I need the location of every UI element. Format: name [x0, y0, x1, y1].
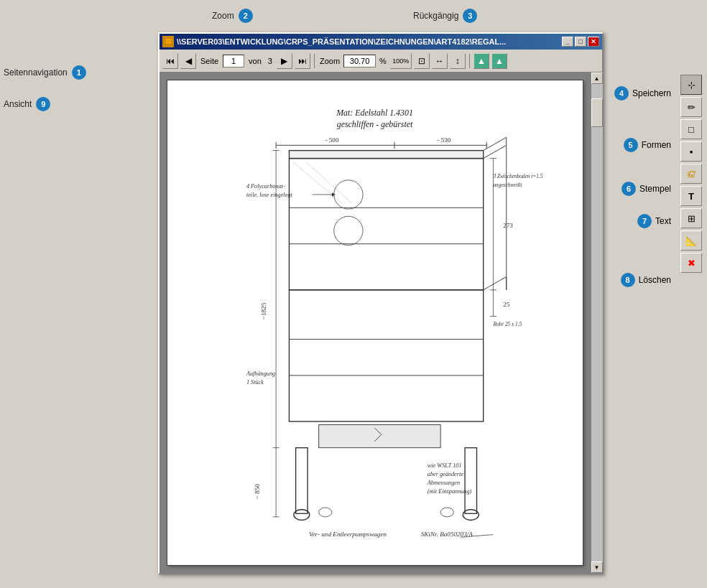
- percent-label: %: [378, 57, 388, 65]
- content-area: Mat: Edelstahl 1.4301 geschliffen - gebü…: [160, 73, 602, 573]
- measure-tool-button[interactable]: 📐: [680, 230, 702, 251]
- scroll-up-button[interactable]: ▲: [591, 73, 603, 84]
- next-page-button[interactable]: ▶: [277, 53, 292, 69]
- vertical-scrollbar: ▲ ▼: [591, 73, 602, 573]
- svg-marker-47: [332, 192, 336, 196]
- seitennavigation-label: Seitennavigation 1: [4, 65, 86, 80]
- svg-text:~1825: ~1825: [261, 302, 268, 319]
- zoom-100-button[interactable]: 100%: [390, 53, 412, 69]
- speichern-annotation: 4 Speichern: [614, 86, 671, 101]
- stamp-tool-button[interactable]: 🖅: [680, 164, 702, 184]
- svg-rect-24: [466, 448, 477, 514]
- svg-text:Abmessungen: Abmessungen: [427, 480, 460, 486]
- von-label: von: [246, 57, 264, 65]
- svg-rect-9: [290, 150, 484, 158]
- svg-line-64: [484, 276, 507, 289]
- window-title: \\SERVER03\ENTWICKLUNG\CRPS_PRÄSENTATION…: [177, 37, 559, 46]
- text-tool-button[interactable]: T: [680, 186, 702, 206]
- svg-text:(mit Einspannung): (mit Einspannung): [428, 488, 472, 495]
- maximize-button[interactable]: □: [575, 37, 586, 47]
- total-pages: 3: [266, 57, 274, 65]
- svg-text:25: 25: [504, 301, 511, 308]
- svg-text:1 Stück: 1 Stück: [246, 379, 264, 386]
- svg-point-28: [319, 508, 332, 517]
- formen-badge: 5: [624, 138, 638, 152]
- loeschen-badge: 8: [621, 273, 635, 287]
- text-annotation: 7 Text: [637, 214, 671, 228]
- svg-text:3 Zwischenboden t=1.5: 3 Zwischenboden t=1.5: [493, 173, 543, 179]
- zoom-top-text: Zoom: [212, 11, 234, 21]
- rueckgaengig-text: Rückgängig: [413, 11, 458, 21]
- app-window: 🖼 \\SERVER03\ENTWICKLUNG\CRPS_PRÄSENTATI…: [158, 32, 604, 574]
- svg-text:Ver- und Entleerpumpswagen: Ver- und Entleerpumpswagen: [309, 531, 387, 538]
- speichern-text: Speichern: [632, 88, 671, 98]
- zoom-label: Zoom: [318, 57, 341, 65]
- delete-tool-button[interactable]: ✖: [680, 253, 702, 273]
- formen-text: Formen: [642, 140, 671, 150]
- zoom-badge: 2: [239, 9, 253, 23]
- svg-point-29: [441, 508, 454, 517]
- scroll-track: [591, 84, 603, 561]
- scroll-down-button[interactable]: ▼: [591, 561, 603, 573]
- loeschen-annotation: 8 Löschen: [621, 273, 671, 287]
- zoom-fit-button[interactable]: ⊡: [414, 53, 430, 69]
- svg-text:geschliffen - gebürstet: geschliffen - gebürstet: [337, 119, 413, 129]
- zoom-top-label: Zoom 2: [212, 9, 253, 23]
- prev-page-button[interactable]: ◀: [180, 53, 196, 69]
- scroll-thumb[interactable]: [591, 98, 603, 127]
- svg-text:Aufhängung: Aufhängung: [246, 370, 275, 377]
- loeschen-text: Löschen: [639, 275, 671, 285]
- rueckgaengig-badge: 3: [463, 9, 477, 23]
- svg-point-26: [294, 510, 310, 521]
- sketch-container: Mat: Edelstahl 1.4301 geschliffen - gebü…: [167, 80, 583, 565]
- right-toolbar: ⊹ ✏ □ ▪ 🖅 T ⊞ 📐 ✖: [678, 72, 705, 276]
- title-bar: 🖼 \\SERVER03\ENTWICKLUNG\CRPS_PRÄSENTATI…: [160, 34, 602, 50]
- svg-line-14: [306, 162, 352, 203]
- ansicht-text: Ansicht: [4, 99, 32, 109]
- svg-text:Mat: Edelstahl 1.4301: Mat: Edelstahl 1.4301: [336, 108, 414, 118]
- select-tool-button[interactable]: ⊹: [680, 75, 702, 95]
- toolbar: ⏮ ◀ Seite von 3 ▶ ⏭ Zoom % 100% ⊡ ↔ ↕ ▲ …: [160, 50, 602, 73]
- separator-2: [469, 54, 470, 68]
- svg-text:teile, lose eingelegt: teile, lose eingelegt: [246, 192, 293, 198]
- table-tool-button[interactable]: ⊞: [680, 208, 702, 228]
- svg-rect-23: [296, 448, 308, 514]
- nav-down-button[interactable]: ▲: [491, 53, 507, 69]
- nav-up-button[interactable]: ▲: [473, 53, 489, 69]
- svg-text:273: 273: [504, 222, 514, 229]
- pencil-tool-button[interactable]: ✏: [680, 97, 702, 117]
- stempel-annotation: 6 Stempel: [621, 182, 671, 196]
- svg-text:wie WSLT 101: wie WSLT 101: [428, 462, 462, 469]
- separator-1: [314, 54, 315, 68]
- text-label: Text: [655, 216, 671, 226]
- speichern-badge: 4: [614, 86, 629, 101]
- document-page: Mat: Edelstahl 1.4301 geschliffen - gebü…: [167, 80, 583, 566]
- svg-text:~ 850: ~ 850: [254, 484, 262, 499]
- zoom-input[interactable]: [343, 55, 376, 67]
- svg-text:- 530: - 530: [438, 136, 451, 144]
- svg-point-15: [334, 180, 363, 209]
- text-badge: 7: [637, 214, 652, 228]
- page-label: Seite: [198, 57, 221, 65]
- seitennavigation-text: Seitennavigation: [4, 67, 68, 78]
- svg-point-27: [463, 510, 479, 521]
- zoom-height-button[interactable]: ↕: [450, 53, 466, 69]
- close-button[interactable]: ✕: [588, 37, 599, 47]
- window-controls: _ □ ✕: [562, 37, 599, 47]
- zoom-width-button[interactable]: ↔: [432, 53, 448, 69]
- svg-point-16: [334, 216, 363, 245]
- first-page-button[interactable]: ⏮: [162, 53, 178, 69]
- minimize-button[interactable]: _: [562, 37, 573, 47]
- ansicht-badge: 9: [36, 97, 50, 111]
- technical-drawing: Mat: Edelstahl 1.4301 geschliffen - gebü…: [177, 93, 572, 553]
- rectangle-tool-button[interactable]: □: [680, 119, 702, 139]
- formen-annotation: 5 Formen: [624, 138, 671, 152]
- rueckgaengig-label: Rückgängig 3: [413, 9, 477, 23]
- svg-text:aber geänderte: aber geänderte: [428, 471, 463, 477]
- stempel-badge: 6: [621, 182, 636, 196]
- square-tool-button[interactable]: ▪: [680, 141, 702, 162]
- page-number-input[interactable]: [223, 55, 244, 67]
- svg-rect-17: [290, 290, 484, 421]
- stempel-text: Stempel: [639, 184, 671, 194]
- last-page-button[interactable]: ⏭: [295, 53, 310, 69]
